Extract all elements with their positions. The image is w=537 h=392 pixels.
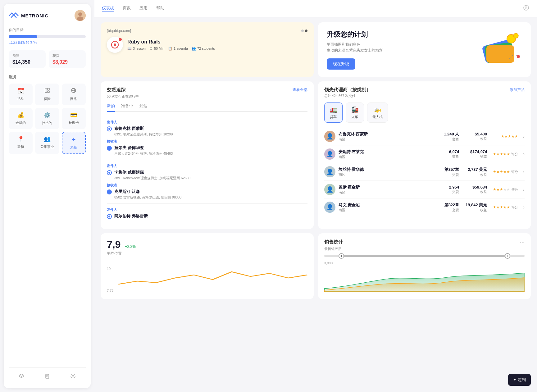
tracking-tab-preparing[interactable]: 准备中 bbox=[121, 103, 133, 112]
nav-link-help[interactable]: 帮助 bbox=[156, 5, 164, 12]
sidebar-footer bbox=[9, 367, 86, 382]
svg-point-16 bbox=[513, 33, 518, 38]
service-item-tech[interactable]: ⚙️ 技术的 bbox=[35, 108, 59, 129]
rails-icon bbox=[111, 40, 119, 49]
agent-trans-5: 第822章 bbox=[434, 202, 459, 208]
agent-stat-1: 1,240 人 交货 bbox=[434, 131, 459, 142]
agent-trans-label-4: 交货 bbox=[434, 189, 459, 194]
agent-rev-2: $174,074 bbox=[462, 149, 487, 154]
agents-subtitle: 总计 424,567 次交付 bbox=[324, 93, 525, 98]
agent-arrow-1[interactable]: › bbox=[523, 134, 525, 139]
receiver-label-1: 接收者 bbox=[107, 139, 307, 144]
service-item-hospitality[interactable]: 📍 款待 bbox=[9, 132, 33, 154]
hospitality-icon: 📍 bbox=[17, 136, 24, 143]
receiver-row-2: 克里斯汀·沃森 8502 普雷斯顿路, 英格尔伍德, 缅因州 98380 bbox=[107, 189, 307, 200]
goal-section: 你的目标 已达到目标的 37% bbox=[9, 27, 86, 45]
view-all-button[interactable]: 查看全部 bbox=[293, 87, 307, 93]
agent-revenue-3: 2,737 美元 收益 bbox=[462, 167, 487, 177]
nav-link-dashboard[interactable]: 仪表板 bbox=[102, 5, 114, 12]
receiver-row-1: 拉尔夫·爱德华兹 星家大道2464号 梅萨, 新泽西州 45463 bbox=[107, 145, 307, 156]
nav-right bbox=[523, 4, 530, 13]
agent-info-4: 盖伊·霍金斯 南区 bbox=[339, 185, 431, 195]
course-icon-dot bbox=[119, 38, 122, 41]
agent-arrow-3[interactable]: › bbox=[523, 169, 525, 174]
sidebar: METRONIC 你的目标 已达到目标的 37% 预算 $14,350 花费 $… bbox=[4, 4, 91, 388]
sender-addr-2: 3891 Ranchview 理查森博士, 加利福尼亚州 62639 bbox=[114, 176, 190, 180]
agent-arrow-2[interactable]: › bbox=[523, 152, 525, 157]
agent-info-3: 埃丝特·霍华德 南区 bbox=[339, 167, 431, 177]
agent-arrow-4[interactable]: › bbox=[523, 187, 525, 192]
services-title: 服务 bbox=[9, 74, 86, 80]
agent-rev-5: 19,842 美元 bbox=[462, 202, 487, 208]
progress-bar-background bbox=[9, 35, 86, 38]
sender-row-1: 布鲁克林·西蒙斯 6391 埃尔全圣塞莱斯, 特拉华州 10299 bbox=[107, 126, 307, 137]
stars-5: ★★★★★ bbox=[493, 205, 510, 209]
brand-name: METRONIC bbox=[21, 13, 48, 18]
sender-row-2: 卡梅伦·威廉姆森 3891 Ranchview 理查森博士, 加利福尼亚州 62… bbox=[107, 170, 307, 180]
agent-rating-5: ★★★★★ 评分 bbox=[490, 205, 518, 210]
agent-tab-drone[interactable]: 🚁 无人机 bbox=[367, 103, 388, 123]
agent-row-3: 👤 埃丝特·霍华德 南区 第357章 交货 2,737 美元 收益 ★★★★★ … bbox=[324, 163, 525, 181]
settings-icon[interactable] bbox=[68, 371, 78, 382]
service-item-activity[interactable]: 📅 活动 bbox=[9, 84, 33, 105]
service-item-card[interactable]: 💳 护理卡 bbox=[62, 108, 86, 129]
agent-rev-label-5: 收益 bbox=[462, 208, 487, 212]
service-item-utility[interactable]: 👥 公用事业 bbox=[35, 132, 59, 154]
card-icon: 💳 bbox=[70, 112, 77, 119]
sidebar-header: METRONIC bbox=[9, 10, 86, 21]
agent-trans-label-3: 交货 bbox=[434, 172, 459, 177]
user-avatar[interactable] bbox=[75, 10, 86, 21]
agent-region-2: 南区 bbox=[339, 155, 431, 159]
agent-rev-label-2: 收益 bbox=[462, 154, 487, 159]
nav-link-apps[interactable]: 应用 bbox=[139, 5, 148, 12]
slider-handle-left[interactable]: ⏸ bbox=[339, 253, 344, 259]
agent-revenue-1: $5,400 收益 bbox=[462, 132, 487, 141]
agent-avatar-2: 👤 bbox=[324, 148, 335, 160]
slider-handle-right[interactable]: ⏸ bbox=[505, 253, 510, 259]
clipboard-icon[interactable] bbox=[43, 371, 52, 382]
agent-revenue-5: 19,842 美元 收益 bbox=[462, 202, 487, 212]
agents-header: 领先代理商（按类别） 添加产品 bbox=[324, 87, 525, 93]
sales-card: 销售统计 ··· 最畅销产品 ⏸ ⏸ 3,000 bbox=[318, 233, 531, 299]
agent-trans-1: 1,240 人 bbox=[434, 131, 459, 137]
truck-icon: 🚛 bbox=[330, 106, 337, 113]
agent-name-5: 马文·麦金尼 bbox=[339, 202, 431, 208]
notification-icon[interactable] bbox=[523, 4, 530, 13]
drone-label: 无人机 bbox=[372, 115, 383, 119]
stats-chart bbox=[118, 262, 307, 294]
sender-dot-inner-1 bbox=[108, 128, 110, 130]
progress-bar-fill bbox=[9, 35, 37, 38]
service-item-finance[interactable]: 💰 金融的 bbox=[9, 108, 33, 129]
upgrade-card: 升级您的计划 平面插图和我们多色 生动的未混合紫色头发女士的精彩 现在升级 bbox=[318, 22, 531, 77]
agent-avatar-4: 👤 bbox=[324, 184, 335, 195]
nav-link-pages[interactable]: 页数 bbox=[123, 5, 131, 12]
tracking-header: 交货追踪 查看全部 bbox=[107, 87, 307, 93]
agent-arrow-5[interactable]: › bbox=[523, 205, 525, 210]
upgrade-desc: 平面插图和我们多色 生动的未混合紫色头发女士的精彩 bbox=[327, 42, 383, 53]
customize-button[interactable]: ✦ 定制 bbox=[508, 374, 531, 386]
agent-tab-train[interactable]: 🚂 火车 bbox=[346, 103, 364, 123]
tracking-tab-shipping[interactable]: 船运 bbox=[139, 103, 148, 112]
tracking-tab-new[interactable]: 新的 bbox=[107, 103, 115, 112]
card-label: 护理卡 bbox=[69, 121, 79, 125]
agent-trans-label-2: 交货 bbox=[434, 154, 459, 159]
chart-range-bar: ⏸ ⏸ bbox=[324, 255, 525, 257]
chart-y-axis: 10 7.75 bbox=[107, 266, 113, 294]
upgrade-button[interactable]: 现在升级 bbox=[327, 58, 355, 70]
service-item-add[interactable]: + 添新 bbox=[62, 132, 86, 154]
sales-menu-icon[interactable]: ··· bbox=[520, 239, 525, 245]
sender-info-1: 布鲁克林·西蒙斯 6391 埃尔全圣塞莱斯, 特拉华州 10299 bbox=[114, 126, 173, 137]
layers-icon[interactable] bbox=[17, 371, 26, 382]
service-item-network[interactable]: 网络 bbox=[62, 84, 86, 105]
service-item-insurance[interactable]: 保险 bbox=[35, 84, 59, 105]
sender-name-3: 阿尔伯特·弗洛雷斯 bbox=[114, 213, 148, 219]
agent-row-2: 👤 安妮特·布莱克 南区 6,074 交货 $174,074 收益 ★★★★★ … bbox=[324, 145, 525, 163]
agent-tab-truck[interactable]: 🚛 货车 bbox=[324, 103, 343, 123]
svg-rect-3 bbox=[45, 88, 47, 93]
agent-region-5: 南区 bbox=[339, 208, 431, 212]
sender-label-2: 发件人 bbox=[107, 164, 307, 168]
add-product-button[interactable]: 添加产品 bbox=[510, 87, 525, 93]
truck-label: 货车 bbox=[330, 115, 337, 119]
service-grid: 📅 活动 保险 网络 💰 金融的 ⚙️ 技术的 💳 护理卡 � bbox=[9, 84, 86, 154]
agent-type-tabs: 🚛 货车 🚂 火车 🚁 无人机 bbox=[324, 103, 525, 123]
